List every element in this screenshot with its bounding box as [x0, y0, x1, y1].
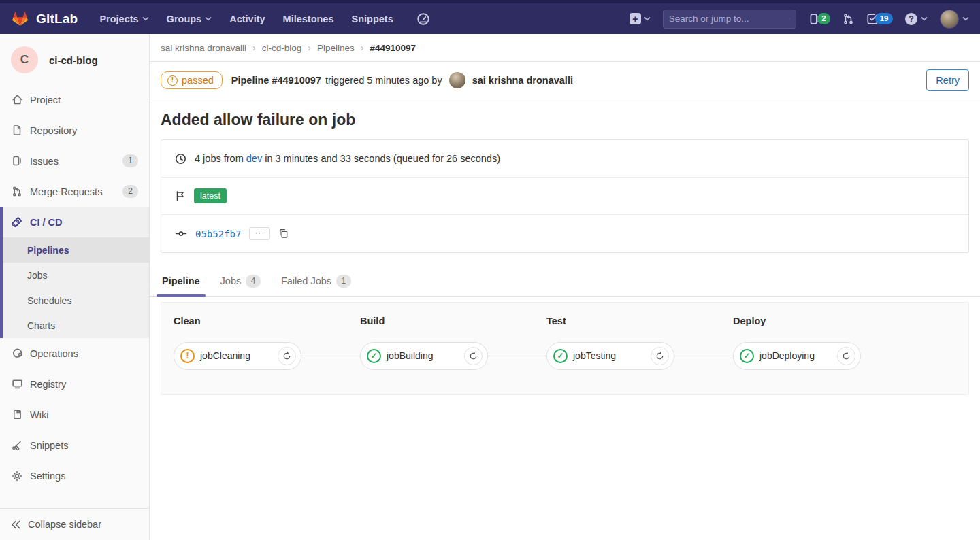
breadcrumb-pipeline-id: #44910097 — [370, 43, 416, 53]
collapse-sidebar-button[interactable]: Collapse sidebar — [0, 508, 149, 540]
commit-icon — [175, 228, 187, 239]
stage-build: Build ✓ jobBuilding — [360, 316, 546, 382]
global-search[interactable] — [663, 10, 796, 29]
commit-hash-link[interactable]: 05b52fb7 — [195, 229, 241, 239]
chevron-down-icon — [921, 16, 928, 21]
breadcrumb-project[interactable]: ci-cd-blog — [262, 43, 302, 53]
user-menu[interactable] — [940, 10, 969, 29]
duration-row: 4 jobs from dev in 3 minutes and 33 seco… — [161, 140, 968, 178]
search-icon — [789, 14, 790, 24]
gitlab-logo[interactable]: GitLab — [11, 10, 78, 28]
sidebar-item-label: Registry — [30, 379, 66, 390]
project-name: ci-cd-blog — [49, 54, 98, 66]
gear-icon — [11, 470, 23, 482]
clock-icon — [175, 153, 186, 165]
breadcrumb-separator: › — [361, 42, 364, 53]
retry-job-button[interactable] — [651, 347, 669, 365]
sidebar-item-settings[interactable]: Settings — [0, 460, 149, 491]
issues-icon — [11, 155, 23, 167]
sidebar-item-label: Project — [30, 95, 61, 105]
nav-snippets[interactable]: Snippets — [352, 14, 393, 24]
tab-label: Failed Jobs — [281, 275, 331, 286]
sidebar-item-project[interactable]: Project — [0, 84, 149, 115]
sidebar-item-operations[interactable]: Operations — [0, 338, 149, 369]
new-dropdown-button[interactable]: + — [630, 13, 651, 24]
wiki-book-icon — [11, 409, 23, 421]
retry-job-button[interactable] — [837, 347, 855, 365]
author-avatar[interactable] — [449, 72, 466, 88]
sidebar-item-label: Merge Requests — [30, 186, 102, 197]
tab-count-badge: 1 — [336, 275, 351, 288]
sidebar-section-cicd: CI / CD Pipelines Jobs Schedules Charts — [0, 207, 149, 338]
expand-commit-button[interactable]: ··· — [249, 227, 270, 240]
tab-pipeline[interactable]: Pipeline — [161, 268, 201, 296]
rocket-icon — [11, 216, 23, 229]
jobs-pre-text: 4 jobs from — [195, 153, 244, 164]
job-pill-jobbuilding[interactable]: ✓ jobBuilding — [360, 342, 488, 370]
retry-button[interactable]: Retry — [926, 69, 969, 91]
chevron-down-icon — [142, 16, 149, 21]
jobs-post-text: in 3 minutes and 33 seconds (queued for … — [265, 153, 500, 164]
help-dropdown[interactable]: ? — [905, 13, 928, 25]
subitem-label: Charts — [27, 320, 55, 331]
stage-name: Clean — [174, 316, 360, 326]
latest-badge[interactable]: latest — [194, 188, 227, 203]
operations-icon — [11, 348, 23, 360]
nav-projects[interactable]: Projects — [99, 14, 148, 24]
status-label: passed — [182, 75, 214, 86]
tab-failed-jobs[interactable]: Failed Jobs 1 — [280, 268, 353, 296]
tab-jobs[interactable]: Jobs 4 — [219, 268, 262, 296]
author-name[interactable]: sai krishna dronavalli — [472, 75, 573, 86]
subitem-label: Schedules — [27, 295, 71, 306]
sidebar-subitem-schedules[interactable]: Schedules — [3, 288, 149, 313]
nav-activity[interactable]: Activity — [229, 14, 265, 24]
help-icon: ? — [905, 13, 917, 25]
job-pill-jobdeploying[interactable]: ✓ jobDeploying — [733, 342, 861, 370]
brand-name: GitLab — [36, 12, 78, 27]
sidebar-subitem-pipelines[interactable]: Pipelines — [3, 237, 149, 263]
subitem-label: Jobs — [27, 270, 48, 281]
sidebar-item-label: Operations — [30, 348, 78, 359]
job-name: jobCleaning — [200, 350, 272, 361]
sidebar-item-wiki[interactable]: Wiki — [0, 399, 149, 430]
branch-link[interactable]: dev — [246, 153, 262, 164]
sidebar-item-issues[interactable]: Issues 1 — [0, 146, 149, 176]
project-header[interactable]: C ci-cd-blog — [0, 34, 149, 84]
copy-icon[interactable] — [278, 229, 289, 239]
breadcrumb-separator: › — [252, 42, 256, 53]
warning-icon: ! — [167, 75, 178, 86]
stage-clean: Clean ! jobCleaning — [174, 316, 360, 382]
sidebar-subitem-jobs[interactable]: Jobs — [3, 263, 149, 288]
dashboard-gauge-icon[interactable] — [416, 12, 430, 26]
chevron-down-icon — [205, 16, 212, 21]
breadcrumb-pipelines[interactable]: Pipelines — [317, 43, 355, 53]
sidebar-item-snippets[interactable]: Snippets — [0, 430, 149, 460]
breadcrumb-user[interactable]: sai krishna dronavalli — [161, 43, 246, 53]
main-content: sai krishna dronavalli › ci-cd-blog › Pi… — [150, 34, 980, 540]
sidebar-subitem-charts[interactable]: Charts — [3, 313, 149, 338]
job-pill-jobcleaning[interactable]: ! jobCleaning — [174, 342, 301, 370]
retry-job-button[interactable] — [278, 347, 296, 365]
sidebar-item-repository[interactable]: Repository — [0, 115, 149, 146]
nav-activity-label: Activity — [229, 14, 265, 24]
sidebar-item-registry[interactable]: Registry — [0, 369, 149, 399]
issues-nav-button[interactable]: 2 — [808, 13, 830, 25]
sidebar-item-merge-requests[interactable]: Merge Requests 2 — [0, 176, 149, 207]
status-badge[interactable]: ! passed — [161, 71, 223, 89]
search-input[interactable] — [669, 14, 789, 24]
nav-snippets-label: Snippets — [352, 14, 393, 24]
triggered-text: triggered 5 minutes ago by — [325, 75, 442, 86]
sidebar-item-cicd[interactable]: CI / CD — [3, 207, 149, 237]
retry-job-button[interactable] — [464, 347, 483, 365]
chevron-down-icon — [962, 16, 969, 21]
job-pill-jobtesting[interactable]: ✓ jobTesting — [546, 342, 674, 370]
merge-requests-nav-button[interactable] — [843, 13, 854, 25]
stage-deploy: Deploy ✓ jobDeploying — [733, 316, 919, 382]
nav-milestones[interactable]: Milestones — [283, 14, 334, 24]
nav-projects-label: Projects — [99, 14, 138, 24]
nav-groups[interactable]: Groups — [167, 14, 212, 24]
sidebar-item-label: CI / CD — [30, 217, 63, 228]
pipeline-status-banner: ! passed Pipeline #44910097 triggered 5 … — [150, 62, 980, 99]
todos-nav-button[interactable]: 19 — [866, 13, 893, 25]
status-success-icon: ✓ — [553, 349, 568, 363]
